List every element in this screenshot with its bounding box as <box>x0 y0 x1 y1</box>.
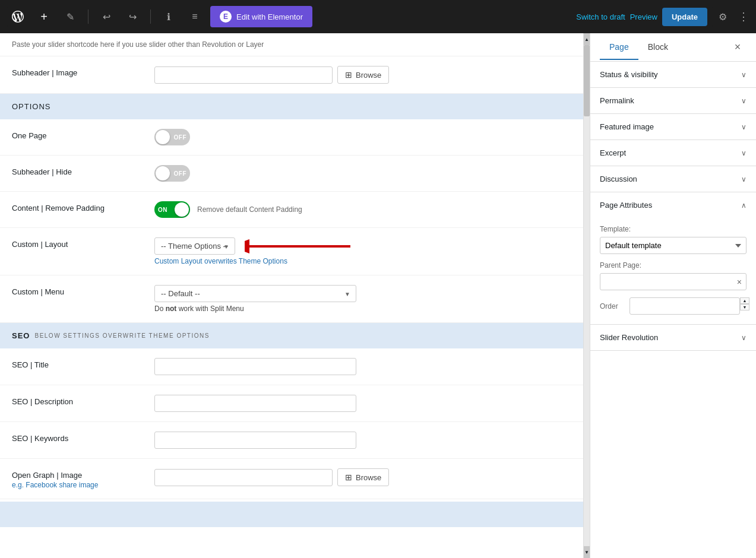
toolbar-divider-1 <box>88 9 88 24</box>
subheader-image-label: Subheader | Image <box>12 66 143 77</box>
custom-layout-label: Custom | Layout <box>12 237 143 249</box>
edit-elementor-button[interactable]: E Edit with Elementor <box>210 6 312 27</box>
slider-revolution-label: Slider Revolution <box>600 333 658 342</box>
toolbar-divider-2 <box>150 9 151 24</box>
seo-description-input[interactable] <box>154 395 356 412</box>
slider-hint: Paste your slider shortcode here if you … <box>0 33 583 56</box>
order-spinners: ▲ ▼ <box>740 297 749 315</box>
one-page-row: One Page OFF <box>0 119 583 156</box>
template-group: Template: Default template Full Width Bl… <box>600 225 746 254</box>
excerpt-label: Excerpt <box>600 148 626 157</box>
subheader-hide-row: Subheader | Hide OFF <box>0 156 583 192</box>
discussion-section: Discussion ∨ <box>590 166 756 192</box>
custom-menu-select[interactable]: -- Default -- Main Menu <box>154 285 356 302</box>
scroll-up-button[interactable]: ▲ <box>584 33 590 45</box>
featured-image-section: Featured image ∨ <box>590 114 756 140</box>
content-remove-padding-row: Content | Remove Padding ON Remove defau… <box>0 192 583 228</box>
wp-logo-icon <box>12 11 24 23</box>
content-area: Paste your slider shortcode here if you … <box>0 33 584 558</box>
seo-title-label: SEO | Title <box>12 358 143 369</box>
content-remove-padding-toggle[interactable]: ON <box>154 201 190 218</box>
order-group: Order 0 ▲ ▼ <box>600 297 746 315</box>
seo-description-label: SEO | Description <box>12 395 143 406</box>
content-remove-padding-toggle-label: ON <box>158 207 167 213</box>
open-graph-browse-button[interactable]: ⊞ Browse <box>337 468 389 486</box>
scroll-thumb[interactable] <box>584 45 590 116</box>
content-wrapper: Paste your slider shortcode here if you … <box>0 33 590 558</box>
slider-revolution-header[interactable]: Slider Revolution ∨ <box>590 325 756 350</box>
more-options-button[interactable]: ⋮ <box>738 10 749 23</box>
subheader-hide-toggle-label: OFF <box>174 170 187 177</box>
permalink-header[interactable]: Permalink ∨ <box>590 88 756 113</box>
elementor-icon: E <box>220 11 232 23</box>
settings-button[interactable]: ⚙ <box>712 6 733 27</box>
status-visibility-label: Status & visibility <box>600 70 658 79</box>
seo-keywords-input[interactable] <box>154 432 356 449</box>
excerpt-header[interactable]: Excerpt ∨ <box>590 140 756 166</box>
one-page-toggle[interactable]: OFF <box>154 129 190 145</box>
featured-image-header[interactable]: Featured image ∨ <box>590 114 756 140</box>
open-graph-image-label: Open Graph | Image e.g. Facebook share i… <box>12 468 143 489</box>
excerpt-chevron-down-icon: ∨ <box>741 149 746 157</box>
custom-layout-dropdown-wrapper: -- Theme Options -- Boxed Full Width <box>154 237 235 255</box>
order-input[interactable]: 0 <box>630 297 740 315</box>
tab-block[interactable]: Block <box>638 35 678 60</box>
toolbar: + ✎ ↩ ↪ ℹ ≡ E Edit with Elementor Switch… <box>0 0 756 33</box>
options-header: OPTIONS <box>0 94 583 119</box>
page-attributes-content: Template: Default template Full Width Bl… <box>590 218 756 324</box>
page-attributes-header[interactable]: Page Attributes ∧ <box>590 192 756 218</box>
edit-button[interactable]: ✎ <box>59 6 81 27</box>
featured-image-label: Featured image <box>600 122 654 131</box>
settings-icon: ⚙ <box>719 11 727 23</box>
page-attributes-label: Page Attributes <box>600 201 652 210</box>
subheader-hide-label: Subheader | Hide <box>12 165 143 176</box>
seo-title-input[interactable] <box>154 358 356 375</box>
sidebar-close-button[interactable]: × <box>729 39 746 56</box>
parent-page-clear-button[interactable]: × <box>737 277 742 287</box>
status-visibility-header[interactable]: Status & visibility ∨ <box>590 62 756 87</box>
custom-menu-dropdown-wrapper: -- Default -- Main Menu <box>154 285 356 302</box>
content-remove-padding-toggle-knob <box>175 202 189 217</box>
scroll-down-button[interactable]: ▼ <box>584 546 590 558</box>
subheader-image-browse-button[interactable]: ⊞ Browse <box>337 66 389 84</box>
parent-page-label: Parent Page: <box>600 261 746 270</box>
wp-logo <box>7 6 29 27</box>
list-button[interactable]: ≡ <box>184 6 205 27</box>
order-row: Order 0 ▲ ▼ <box>600 297 746 315</box>
custom-layout-control: -- Theme Options -- Boxed Full Width <box>154 237 571 265</box>
subheader-image-input[interactable] <box>154 66 333 84</box>
permalink-section: Permalink ∨ <box>590 88 756 114</box>
info-button[interactable]: ℹ <box>158 6 179 27</box>
preview-button[interactable]: Preview <box>630 12 657 21</box>
page-attributes-chevron-up-icon: ∧ <box>741 201 746 210</box>
tab-page[interactable]: Page <box>600 35 638 60</box>
template-select[interactable]: Default template Full Width Blank <box>600 237 746 254</box>
parent-page-input[interactable] <box>600 273 746 290</box>
redo-button[interactable]: ↪ <box>122 6 143 27</box>
slider-revolution-section: Slider Revolution ∨ <box>590 325 756 351</box>
order-increment-button[interactable]: ▲ <box>740 297 749 304</box>
undo-icon: ↩ <box>103 11 110 23</box>
subheader-image-input-group: ⊞ Browse <box>154 66 571 84</box>
content-remove-padding-label: Content | Remove Padding <box>12 201 143 213</box>
subheader-hide-toggle[interactable]: OFF <box>154 165 190 182</box>
custom-layout-select[interactable]: -- Theme Options -- Boxed Full Width <box>154 237 235 255</box>
open-graph-input-group: ⊞ Browse <box>154 468 571 486</box>
permalink-label: Permalink <box>600 96 634 105</box>
list-icon: ≡ <box>192 11 197 22</box>
seo-title-row: SEO | Title <box>0 348 583 385</box>
add-button[interactable]: + <box>33 6 55 27</box>
custom-menu-control: -- Default -- Main Menu Do not work with… <box>154 285 571 313</box>
order-decrement-button[interactable]: ▼ <box>740 304 749 310</box>
discussion-header[interactable]: Discussion ∨ <box>590 166 756 192</box>
update-button[interactable]: Update <box>662 8 707 26</box>
template-label: Template: <box>600 225 746 233</box>
open-graph-image-input[interactable] <box>154 469 333 486</box>
content-scrollbar[interactable]: ▲ ▼ <box>584 33 590 558</box>
content-inner: Paste your slider shortcode here if you … <box>0 33 583 527</box>
parent-page-input-container: × <box>600 273 746 290</box>
undo-button[interactable]: ↩ <box>96 6 117 27</box>
switch-draft-button[interactable]: Switch to draft <box>576 12 625 21</box>
seo-keywords-label: SEO | Keywords <box>12 432 143 443</box>
subheader-image-control: ⊞ Browse <box>154 66 571 84</box>
